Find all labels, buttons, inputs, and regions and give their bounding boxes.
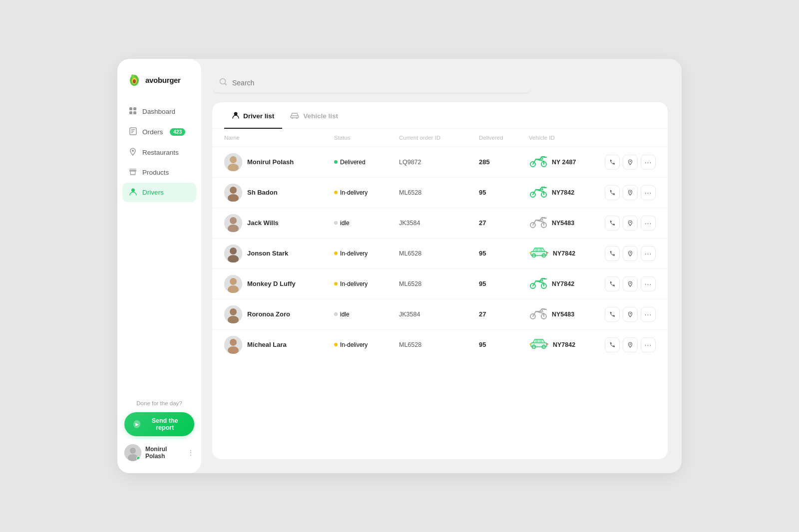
location-button[interactable]	[623, 307, 638, 322]
table-row: Monirul Polash Delivered LQ9872 285 NY 2…	[212, 147, 668, 177]
vehicle-info: NY5483	[529, 306, 596, 322]
call-button[interactable]	[605, 246, 620, 261]
call-button[interactable]	[605, 216, 620, 231]
col-status: Status	[334, 135, 399, 141]
tab-vehicle-list[interactable]: Vehicle list	[282, 103, 346, 129]
more-button[interactable]: ···	[641, 246, 656, 261]
status-dot	[334, 282, 338, 285]
vehicle-id: NY 2487	[552, 159, 576, 166]
svg-rect-11	[131, 132, 133, 133]
driver-info: Jonson Stark	[224, 245, 334, 263]
sidebar-item-products-label: Products	[142, 169, 169, 176]
row-actions: ···	[596, 307, 656, 322]
sidebar-item-restaurants[interactable]: Restaurants	[122, 143, 196, 162]
location-button[interactable]	[623, 246, 638, 261]
more-button[interactable]: ···	[641, 307, 656, 322]
driver-info: Monkey D Luffy	[224, 275, 334, 293]
call-button[interactable]	[605, 185, 620, 200]
status-dot	[334, 312, 338, 316]
svg-rect-74	[546, 343, 548, 345]
status-badge: In-delivery	[334, 280, 399, 287]
location-button[interactable]	[623, 155, 638, 170]
call-button[interactable]	[605, 276, 620, 291]
search-input[interactable]	[232, 79, 525, 87]
user-menu-icon[interactable]: ⋮	[187, 449, 194, 457]
svg-rect-21	[291, 116, 299, 118]
status-label: In-delivery	[340, 280, 368, 287]
location-button[interactable]	[623, 185, 638, 200]
sidebar-item-restaurants-label: Restaurants	[142, 149, 179, 156]
driver-name: Roronoa Zoro	[247, 310, 290, 318]
more-button[interactable]: ···	[641, 216, 656, 231]
call-button[interactable]	[605, 337, 620, 352]
location-button[interactable]	[623, 337, 638, 352]
svg-point-17	[130, 448, 136, 454]
svg-rect-47	[539, 249, 542, 251]
svg-point-52	[630, 252, 631, 253]
status-badge: idle	[334, 220, 399, 227]
svg-point-54	[230, 278, 237, 285]
restaurants-icon	[128, 148, 137, 157]
search-bar	[212, 73, 532, 93]
drivers-icon	[128, 188, 137, 197]
call-button[interactable]	[605, 155, 620, 170]
svg-rect-69	[535, 340, 538, 342]
table-card: Driver list Vehicle list	[212, 102, 668, 459]
col-delivered: Delivered	[479, 135, 529, 141]
svg-point-75	[630, 343, 631, 344]
table-row: Jonson Stark In-delivery ML6528 95 NY784…	[212, 238, 668, 268]
svg-point-35	[630, 191, 631, 192]
more-button[interactable]: ···	[641, 155, 656, 170]
products-icon	[128, 168, 137, 177]
orders-icon	[128, 127, 137, 137]
vehicle-icon	[529, 215, 548, 231]
table-row: Monkey D Luffy In-delivery ML6528 95 NY7…	[212, 268, 668, 299]
svg-point-15	[131, 189, 135, 192]
delivered-count: 95	[479, 189, 529, 196]
svg-rect-9	[131, 129, 135, 130]
status-badge: In-delivery	[334, 250, 399, 257]
more-button[interactable]: ···	[641, 276, 656, 291]
vehicle-id: NY7842	[553, 250, 575, 257]
more-icon: ···	[645, 311, 652, 318]
vehicle-info: NY7842	[529, 185, 596, 201]
row-actions: ···	[596, 155, 656, 170]
sidebar-item-drivers[interactable]: Drivers	[122, 183, 196, 202]
status-badge: Delivered	[334, 159, 399, 166]
svg-point-31	[230, 187, 237, 194]
sidebar-item-dashboard[interactable]: Dashboard	[122, 102, 196, 121]
order-id: LQ9872	[399, 159, 479, 166]
svg-point-25	[230, 156, 237, 163]
driver-avatar	[224, 245, 242, 263]
location-button[interactable]	[623, 276, 638, 291]
vehicle-info: NY5483	[529, 215, 596, 231]
sidebar-item-orders[interactable]: Orders 423	[122, 122, 196, 142]
sidebar-bottom: Done for the day? ▶ Send the report Moni…	[117, 391, 201, 473]
tab-driver-list-label: Driver list	[243, 112, 274, 120]
tab-driver-list[interactable]: Driver list	[224, 102, 282, 129]
sidebar-item-products[interactable]: Products	[122, 163, 196, 182]
vehicle-icon	[529, 338, 549, 352]
order-id: ML6528	[399, 341, 479, 348]
more-button[interactable]: ···	[641, 337, 656, 352]
app-container: avoburger Dashboard	[117, 59, 682, 473]
send-report-button[interactable]: ▶ Send the report	[124, 412, 194, 436]
driver-name: Jonson Stark	[247, 250, 288, 257]
svg-rect-10	[131, 131, 134, 132]
svg-point-2	[133, 79, 136, 83]
vehicle-icon	[529, 154, 548, 170]
vehicle-info: NY 2487	[529, 154, 596, 170]
driver-table: Monirul Polash Delivered LQ9872 285 NY 2…	[212, 147, 668, 460]
status-badge: idle	[334, 311, 399, 318]
svg-rect-51	[546, 252, 548, 254]
more-button[interactable]: ···	[641, 185, 656, 200]
vehicle-icon	[529, 306, 548, 322]
status-label: Delivered	[340, 159, 366, 166]
svg-point-60	[230, 308, 237, 315]
driver-avatar	[224, 275, 242, 293]
call-button[interactable]	[605, 307, 620, 322]
svg-rect-6	[129, 111, 132, 114]
driver-list-icon	[232, 111, 239, 120]
location-button[interactable]	[623, 216, 638, 231]
more-icon: ···	[645, 280, 652, 287]
